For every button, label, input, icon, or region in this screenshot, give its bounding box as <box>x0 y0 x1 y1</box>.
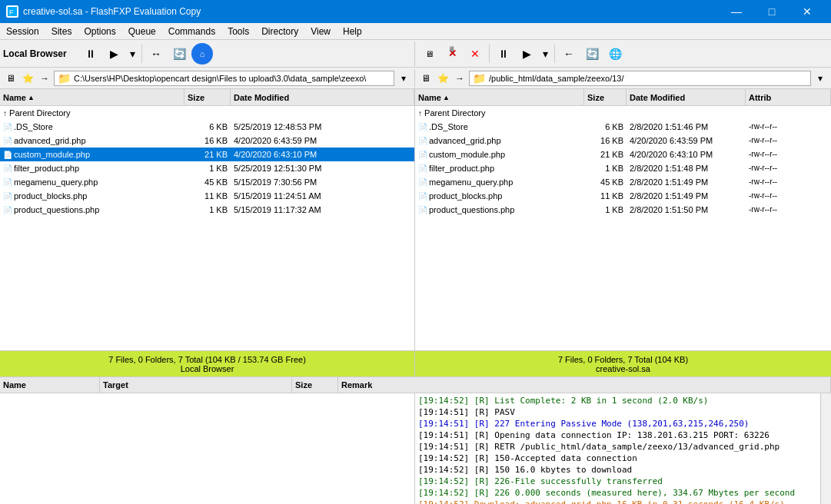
queue-col-size: Size <box>292 377 338 393</box>
right-file-row[interactable]: 📄filter_product.php1 KB2/8/2020 1:51:48 … <box>415 161 831 175</box>
back-button-right[interactable]: ← <box>558 43 580 65</box>
refresh-button-left[interactable]: 🔄 <box>168 43 190 65</box>
pause-button-left[interactable]: ⏸ <box>80 43 101 65</box>
menu-sites[interactable]: Sites <box>45 23 78 39</box>
connect-icon-right[interactable]: 🖥 <box>418 43 440 65</box>
svg-text:F: F <box>9 8 14 16</box>
left-addr-star[interactable]: ⭐ <box>20 71 35 86</box>
left-col-size[interactable]: Size <box>184 89 231 105</box>
right-file-row[interactable]: 📄product_blocks.php11 KB2/8/2020 1:51:49… <box>415 189 831 203</box>
right-col-size[interactable]: Size <box>584 89 627 105</box>
right-file-row[interactable]: 📄megamenu_query.php45 KB2/8/2020 1:51:49… <box>415 175 831 189</box>
right-file-row[interactable]: 📄product_questions.php1 KB2/8/2020 1:51:… <box>415 203 831 217</box>
play-button-right[interactable]: ▶ <box>516 43 537 65</box>
right-file-size: 1 KB <box>584 163 627 174</box>
menu-session[interactable]: Session <box>0 23 45 39</box>
menu-queue[interactable]: Queue <box>122 23 162 39</box>
right-file-row[interactable]: 📄custom_module.php21 KB4/20/2020 6:43:10… <box>415 148 831 161</box>
maximize-button[interactable]: □ <box>754 0 789 23</box>
right-file-date: 2/8/2020 1:51:48 PM <box>627 163 746 174</box>
left-file-row[interactable]: 📄custom_module.php21 KB4/20/2020 6:43:10… <box>0 148 414 161</box>
right-file-row[interactable]: 📄advanced_grid.php16 KB4/20/2020 6:43:59… <box>415 134 831 148</box>
transfer-button-left[interactable]: ↔ <box>145 43 167 65</box>
left-file-size: 1 KB <box>184 204 231 215</box>
right-col-name[interactable]: Name ▲ <box>415 89 584 105</box>
right-col-attrib[interactable]: Attrib <box>746 89 831 105</box>
separator-2 <box>489 45 490 63</box>
left-file-date: 5/15/2019 11:24:51 AM <box>231 191 414 201</box>
left-file-header: Name ▲ Size Date Modified <box>0 89 414 106</box>
right-file-name: 📄megamenu_query.php <box>415 177 584 187</box>
play-dropdown-right[interactable]: ▾ <box>539 43 551 65</box>
right-toolbar: 🖥 ✕ 🖥 ✕ ⏸ ▶ ▾ ← 🔄 🌐 <box>415 41 831 66</box>
pause-button-right[interactable]: ⏸ <box>493 43 514 65</box>
left-col-date[interactable]: Date Modified <box>231 89 414 105</box>
menu-options[interactable]: Options <box>78 23 121 39</box>
log-line: [19:14:51] [R] Opening data connection I… <box>418 429 817 441</box>
queue-col-target: Target <box>100 377 292 393</box>
home-button-left[interactable]: ⌂ <box>191 43 213 65</box>
right-addr-icon1[interactable]: 🖥 <box>418 71 434 86</box>
left-file-row[interactable]: ↑ Parent Directory <box>0 106 414 120</box>
left-file-date: 4/20/2020 6:43:59 PM <box>231 135 414 146</box>
right-addr-dropdown[interactable]: ▾ <box>813 71 828 86</box>
title-bar-left: F creative-sol.sa - FlashFXP Evaluation … <box>6 5 201 18</box>
stop-button[interactable]: ✕ <box>464 43 486 65</box>
right-file-row[interactable]: ↑ Parent Directory <box>415 106 831 120</box>
left-addr-arrow[interactable]: → <box>37 71 52 86</box>
left-addr-icon1[interactable]: 🖥 <box>3 71 18 86</box>
left-status-line2: Local Browser <box>181 364 234 373</box>
left-addr-dropdown[interactable]: ▾ <box>396 71 411 86</box>
right-file-attrib: -rw-r--r-- <box>746 191 831 201</box>
right-address-box[interactable]: 📁 /public_html/data_sample/zeexo/13/ <box>469 71 811 86</box>
right-addr-arrow[interactable]: → <box>452 71 467 86</box>
menu-directory[interactable]: Directory <box>255 23 304 39</box>
left-address-text: C:\Users\HP\Desktop\opencart design\File… <box>74 74 366 83</box>
toolbar-row: Local Browser ⏸ ▶ ▾ ↔ 🔄 ⌂ 🖥 ✕ 🖥 ✕ ⏸ ▶ ▾ … <box>0 40 831 68</box>
app-icon: F <box>6 5 18 18</box>
right-addr-star[interactable]: ⭐ <box>435 71 450 86</box>
play-button-left[interactable]: ▶ <box>103 43 125 65</box>
log-line: [19:14:52] [R] List Complete: 2 KB in 1 … <box>418 395 817 406</box>
left-file-row[interactable]: 📄filter_product.php1 KB5/25/2019 12:51:3… <box>0 161 414 175</box>
left-file-date: 5/15/2019 11:17:32 AM <box>231 204 414 215</box>
browser-button[interactable]: 🌐 <box>604 43 626 65</box>
menu-help[interactable]: Help <box>337 23 368 39</box>
menu-bar: Session Sites Options Queue Commands Too… <box>0 23 831 40</box>
right-file-header: Name ▲ Size Date Modified Attrib <box>415 89 831 106</box>
left-col-name[interactable]: Name ▲ <box>0 89 184 105</box>
log-scrollbar[interactable] <box>820 393 831 504</box>
right-address-text: /public_html/data_sample/zeexo/13/ <box>489 74 624 83</box>
right-file-name: 📄advanced_grid.php <box>415 135 584 146</box>
menu-tools[interactable]: Tools <box>221 23 255 39</box>
left-file-row[interactable]: 📄product_blocks.php11 KB5/15/2019 11:24:… <box>0 189 414 203</box>
disconnect-button[interactable]: ✕ 🖥 <box>441 43 463 65</box>
close-button[interactable]: ✕ <box>789 0 825 23</box>
left-file-row[interactable]: 📄advanced_grid.php16 KB4/20/2020 6:43:59… <box>0 134 414 148</box>
right-file-name: 📄product_blocks.php <box>415 191 584 201</box>
log-line: [19:14:51] [R] PASV <box>418 406 817 418</box>
left-file-size: 16 KB <box>184 135 231 146</box>
left-file-row[interactable]: 📄.DS_Store6 KB5/25/2019 12:48:53 PM <box>0 120 414 134</box>
right-file-date: 4/20/2020 6:43:10 PM <box>627 149 746 160</box>
left-address-box[interactable]: 📁 C:\Users\HP\Desktop\opencart design\Fi… <box>54 71 394 86</box>
right-file-attrib: -rw-r--r-- <box>746 204 831 214</box>
left-status-line1: 7 Files, 0 Folders, 7 Total (104 KB / 15… <box>108 355 306 364</box>
local-browser-label: Local Browser <box>3 48 72 59</box>
right-col-date[interactable]: Date Modified <box>627 89 746 105</box>
right-file-attrib: -rw-r--r-- <box>746 135 831 145</box>
right-file-row[interactable]: 📄.DS_Store6 KB2/8/2020 1:51:46 PM-rw-r--… <box>415 120 831 134</box>
right-status: 7 Files, 0 Folders, 7 Total (104 KB) cre… <box>415 351 831 376</box>
left-file-row[interactable]: 📄product_questions.php1 KB5/15/2019 11:1… <box>0 203 414 217</box>
minimize-button[interactable]: — <box>719 0 754 23</box>
left-file-date: 5/15/2019 7:30:56 PM <box>231 177 414 187</box>
menu-view[interactable]: View <box>304 23 337 39</box>
menu-commands[interactable]: Commands <box>162 23 221 39</box>
right-file-pane: Name ▲ Size Date Modified Attrib ↑ Paren… <box>415 89 831 350</box>
refresh-button-right[interactable]: 🔄 <box>581 43 603 65</box>
left-file-name: 📄megamenu_query.php <box>0 177 184 187</box>
queue-pane <box>0 393 415 504</box>
play-dropdown-left[interactable]: ▾ <box>126 43 138 65</box>
left-file-row[interactable]: 📄megamenu_query.php45 KB5/15/2019 7:30:5… <box>0 175 414 189</box>
left-file-name: 📄.DS_Store <box>0 121 184 132</box>
